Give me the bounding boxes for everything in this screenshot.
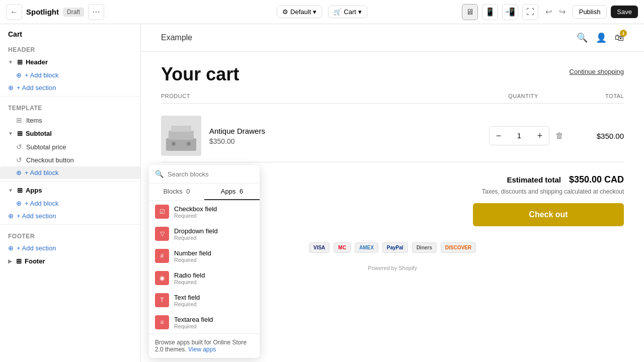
popup-item-text[interactable]: T Text field Required <box>149 289 260 311</box>
text-field-text: Text field Required <box>174 294 200 307</box>
qty-increase-btn[interactable]: + <box>531 127 549 145</box>
qty-decrease-btn[interactable]: − <box>490 127 508 145</box>
header-grid-icon: ⊞ <box>17 58 23 66</box>
checkbox-field-text: Checkbox field Required <box>174 205 217 219</box>
popup-item-radio[interactable]: ◉ Radio field Required <box>149 267 260 289</box>
delete-item-btn[interactable]: 🗑 <box>555 131 564 140</box>
payment-mastercard: MC <box>334 242 351 253</box>
tablet-icon-btn[interactable]: 📱 <box>482 4 498 20</box>
items-label: Items <box>26 117 42 124</box>
checkout-icon: ↺ <box>16 156 22 164</box>
popup-item-checkbox[interactable]: ☑ Checkbox field Required <box>149 201 260 223</box>
payment-amex: AMEX <box>355 242 378 253</box>
continue-shopping-link[interactable]: Continue shopping <box>570 68 624 75</box>
radio-req: Required <box>174 279 205 285</box>
add-section-label3: + Add section <box>17 212 56 220</box>
cart-icon[interactable]: 🛍 1 <box>615 33 624 43</box>
store-icons: 🔍 👤 🛍 1 <box>577 32 624 43</box>
sidebar-item-checkout-button[interactable]: ↺ Checkout button <box>0 153 140 166</box>
settings-icon: ⚙ <box>282 8 288 16</box>
popup-item-dropdown[interactable]: ▽ Dropdown field Required <box>149 223 260 245</box>
subtotal-price-icon: ↺ <box>16 143 22 151</box>
header-add-block-btn[interactable]: ⊕ + Add block <box>0 69 140 81</box>
tab-blocks[interactable]: Blocks 0 <box>149 184 204 200</box>
header-group[interactable]: ▼ ⊞ Header <box>0 55 140 69</box>
redo-button[interactable]: ↪ <box>556 5 569 19</box>
footer-add-section-btn[interactable]: ⊕ + Add section <box>0 242 140 254</box>
dropdown-req: Required <box>174 235 218 241</box>
plus-circle-icon: ⊕ <box>8 84 14 92</box>
account-icon[interactable]: 👤 <box>596 32 607 43</box>
search-icon[interactable]: 🔍 <box>577 32 588 43</box>
payment-discover: DISCOVER <box>441 242 476 253</box>
view-apps-link[interactable]: View apps <box>188 346 216 353</box>
subtotal-add-block-btn[interactable]: ⊕ + Add block <box>0 166 140 179</box>
env-selector[interactable]: ⚙ Default ▾ <box>277 6 322 18</box>
checkbox-req: Required <box>174 213 217 219</box>
header-section-label: Header <box>0 40 140 55</box>
fullscreen-icon-btn[interactable]: ⛶ <box>522 4 538 20</box>
topbar-right: 🖥 📱 📲 ⛶ ↩ ↪ Publish Save <box>462 4 638 20</box>
sidebar-item-subtotal-price[interactable]: ↺ Subtotal price <box>0 140 140 153</box>
items-grid-icon: ⊞ <box>16 116 22 124</box>
textarea-field-text: Textarea field Required <box>174 316 213 329</box>
popup-item-number[interactable]: # Number field Required <box>149 245 260 267</box>
more-button[interactable]: ⋯ <box>88 4 104 20</box>
tab-apps[interactable]: Apps 6 <box>204 184 260 200</box>
preview-area: Example 🔍 👤 🛍 1 Your cart Continue shopp… <box>141 24 644 362</box>
cart-count-badge: 1 <box>620 30 627 37</box>
apps-group-label: Apps <box>26 187 42 194</box>
dropdown-field-text: Dropdown field Required <box>174 227 218 241</box>
subtotal-group-label: Subtotal <box>26 130 52 137</box>
popup-footer: Browse apps built for Online Store 2.0 t… <box>149 333 260 358</box>
header-add-section-btn[interactable]: ⊕ + Add section <box>0 81 140 94</box>
chevron-down-icon: ▼ <box>8 59 13 65</box>
desktop-icon-btn[interactable]: 🖥 <box>462 4 478 20</box>
chevron-down-icon2: ▾ <box>358 8 362 16</box>
tab-apps-count: 6 <box>239 188 243 195</box>
subtotal-group[interactable]: ▼ ⊞ Subtotal <box>0 127 140 140</box>
draft-badge: Draft <box>63 8 84 17</box>
checkout-button[interactable]: Check out <box>473 203 624 226</box>
cart-selector[interactable]: 🛒 Cart ▾ <box>328 6 367 18</box>
chevron-down-icon2: ▼ <box>8 131 13 136</box>
popup-tabs: Blocks 0 Apps 6 <box>149 184 260 201</box>
save-button[interactable]: Save <box>611 6 638 18</box>
textarea-field-icon: ≡ <box>155 315 169 329</box>
checkbox-field-icon: ☑ <box>155 205 169 219</box>
payment-diners: Diners <box>412 242 437 253</box>
taxes-note: Taxes, discounts and shipping calculated… <box>482 188 624 195</box>
apps-add-section-btn[interactable]: ⊕ + Add section <box>0 210 140 222</box>
search-blocks-input[interactable] <box>168 170 254 178</box>
svg-rect-2 <box>169 131 194 140</box>
mobile-icon-btn[interactable]: 📲 <box>502 4 518 20</box>
apps-add-block-btn[interactable]: ⊕ + Add block <box>0 197 140 210</box>
dropdown-title: Dropdown field <box>174 227 218 235</box>
env-label: Default <box>290 8 311 16</box>
publish-button[interactable]: Publish <box>573 5 607 19</box>
add-block-label3: + Add block <box>25 200 59 207</box>
radio-field-icon: ◉ <box>155 271 169 285</box>
back-button[interactable]: ← <box>6 4 22 20</box>
sidebar-item-items[interactable]: ⊞ Items <box>0 114 140 127</box>
cart-section-title: Cart <box>0 24 140 40</box>
item-price: $350.00 <box>209 137 489 145</box>
plus-circle-icon3: ⊕ <box>8 244 14 252</box>
search-icon: 🔍 <box>155 170 164 178</box>
col-product-label: PRODUCT <box>161 93 483 99</box>
divider1 <box>0 96 140 97</box>
estimated-label: Estimated total <box>507 175 561 184</box>
undo-button[interactable]: ↩ <box>542 5 555 19</box>
plus-icon2: ⊕ <box>16 169 22 176</box>
topbar: ← Spotlight Draft ⋯ ⚙ Default ▾ 🛒 Cart ▾… <box>0 0 644 24</box>
checkout-button-label: Checkout button <box>26 156 74 164</box>
subtotal-price-label: Subtotal price <box>26 143 66 151</box>
number-title: Number field <box>174 249 211 257</box>
footer-group[interactable]: ▶ ⊞ Footer <box>0 254 140 268</box>
footer-group-label: Footer <box>25 257 45 265</box>
dropdown-field-icon: ▽ <box>155 227 169 241</box>
radio-field-text: Radio field Required <box>174 272 205 285</box>
popup-item-textarea[interactable]: ≡ Textarea field Required <box>149 311 260 333</box>
apps-group[interactable]: ▼ ⊞ Apps <box>0 184 140 197</box>
item-details: Antique Drawers $350.00 <box>209 127 489 145</box>
